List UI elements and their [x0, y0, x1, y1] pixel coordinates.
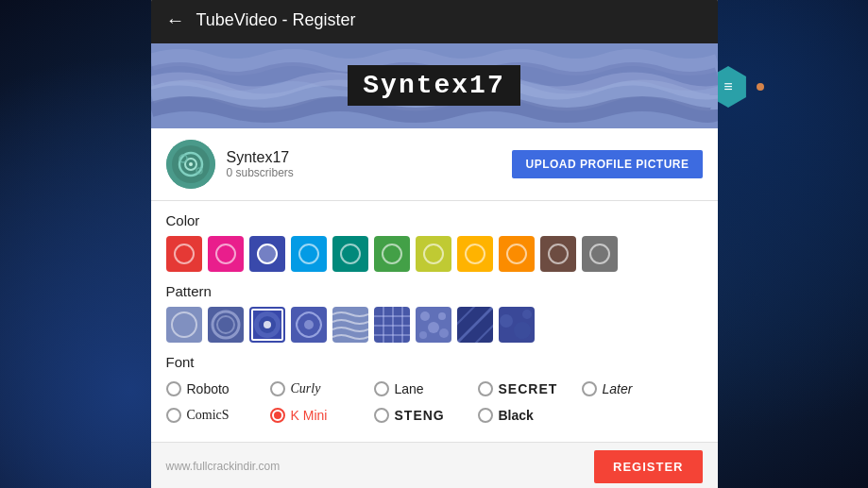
font-section-label: Font — [166, 354, 703, 370]
color-swatch-pink[interactable] — [208, 236, 244, 272]
font-radio-roboto[interactable] — [166, 381, 181, 396]
svg-point-13 — [264, 321, 271, 328]
font-label-curly: Curly — [291, 381, 321, 396]
pattern-swatch-6[interactable] — [374, 307, 410, 343]
pattern-swatch-1[interactable] — [166, 307, 202, 343]
font-option-black[interactable]: Black — [478, 404, 582, 427]
font-label-steng: STENG — [395, 408, 445, 423]
dot-right — [757, 83, 764, 91]
font-label-secret: SECRET — [499, 381, 558, 396]
profile-section: Syntex17 0 subscribers UPLOAD PROFILE PI… — [151, 128, 718, 201]
svg-point-25 — [439, 328, 449, 338]
color-swatch-green[interactable] — [374, 236, 410, 272]
color-swatch-blue[interactable] — [249, 236, 285, 272]
font-label-later: Later — [603, 381, 633, 396]
font-option-later[interactable]: Later — [582, 378, 686, 400]
font-label-black: Black — [499, 408, 534, 423]
pattern-swatch-2[interactable] — [208, 307, 244, 343]
svg-point-27 — [500, 314, 513, 328]
svg-point-22 — [438, 312, 446, 320]
font-label-roboto: Roboto — [187, 381, 230, 396]
profile-name: Syntex17 — [227, 149, 502, 166]
banner-username: Syntex17 — [348, 65, 519, 106]
font-row: Roboto Curly Lane SECRET Later ComicS — [166, 378, 703, 427]
pattern-swatch-3[interactable] — [249, 307, 285, 343]
font-radio-later[interactable] — [582, 381, 597, 396]
banner: Syntex17 — [151, 43, 718, 128]
font-radio-comics[interactable] — [166, 408, 181, 423]
font-radio-lane[interactable] — [374, 381, 389, 396]
font-radio-secret[interactable] — [478, 381, 493, 396]
svg-point-5 — [189, 162, 193, 166]
color-row — [166, 236, 703, 272]
color-swatch-cyan[interactable] — [291, 236, 327, 272]
font-option-lane[interactable]: Lane — [374, 378, 478, 400]
pattern-swatch-9[interactable] — [499, 307, 535, 343]
avatar-svg — [166, 140, 215, 189]
pattern-swatch-8[interactable] — [457, 307, 493, 343]
color-swatch-red[interactable] — [166, 236, 202, 272]
svg-point-11 — [254, 311, 281, 338]
pattern-swatch-7[interactable] — [416, 307, 451, 343]
font-option-kmini[interactable]: K Mini — [270, 404, 374, 427]
font-option-curly[interactable]: Curly — [270, 378, 374, 400]
back-button[interactable]: ← — [166, 9, 185, 31]
svg-point-12 — [259, 316, 276, 333]
font-radio-kmini-inner — [274, 412, 281, 419]
footer: www.fullcrackindir.com REGISTER — [151, 442, 718, 489]
menu-icon-right: ≡ — [723, 78, 732, 95]
font-label-kmini: K Mini — [291, 408, 328, 423]
pattern-swatch-4[interactable] — [291, 307, 327, 343]
color-swatch-teal[interactable] — [332, 236, 368, 272]
color-swatch-lime[interactable] — [416, 236, 451, 272]
svg-point-28 — [514, 322, 531, 339]
titlebar-title: TubeVideo - Register — [196, 10, 356, 30]
pattern-swatch-5[interactable] — [332, 307, 368, 343]
content-area: Color Pattern — [151, 201, 718, 442]
svg-point-29 — [522, 310, 532, 319]
color-swatch-orange[interactable] — [499, 236, 535, 272]
titlebar: ← TubeVideo - Register — [151, 0, 718, 43]
font-radio-black[interactable] — [478, 408, 493, 423]
register-button[interactable]: REGISTER — [594, 450, 702, 483]
color-section-label: Color — [166, 212, 703, 228]
font-option-comics[interactable]: ComicS — [166, 404, 270, 427]
upload-profile-picture-button[interactable]: UPLOAD PROFILE PICTURE — [512, 150, 702, 178]
footer-url: www.fullcrackindir.com — [166, 460, 281, 473]
svg-point-24 — [419, 331, 427, 339]
font-option-steng[interactable]: STENG — [374, 404, 478, 427]
font-radio-kmini[interactable] — [270, 408, 285, 423]
svg-point-14 — [304, 320, 314, 329]
font-label-comics: ComicS — [187, 408, 230, 423]
font-radio-steng[interactable] — [374, 408, 389, 423]
svg-point-23 — [428, 322, 439, 333]
pattern-section-label: Pattern — [166, 283, 703, 299]
color-swatch-brown[interactable] — [540, 236, 576, 272]
svg-point-21 — [420, 311, 430, 321]
profile-subscribers: 0 subscribers — [227, 166, 502, 179]
color-swatch-gray[interactable] — [582, 236, 618, 272]
svg-point-8 — [172, 312, 196, 337]
profile-info: Syntex17 0 subscribers — [227, 149, 502, 179]
font-radio-curly[interactable] — [270, 381, 285, 396]
color-swatch-amber[interactable] — [457, 236, 493, 272]
font-option-roboto[interactable]: Roboto — [166, 378, 270, 400]
font-option-secret[interactable]: SECRET — [478, 378, 582, 400]
font-label-lane: Lane — [395, 381, 424, 396]
svg-point-10 — [217, 316, 234, 333]
avatar — [166, 140, 215, 189]
register-modal: ← TubeVideo - Register Syntex17 — [151, 0, 718, 488]
pattern-row — [166, 307, 703, 343]
